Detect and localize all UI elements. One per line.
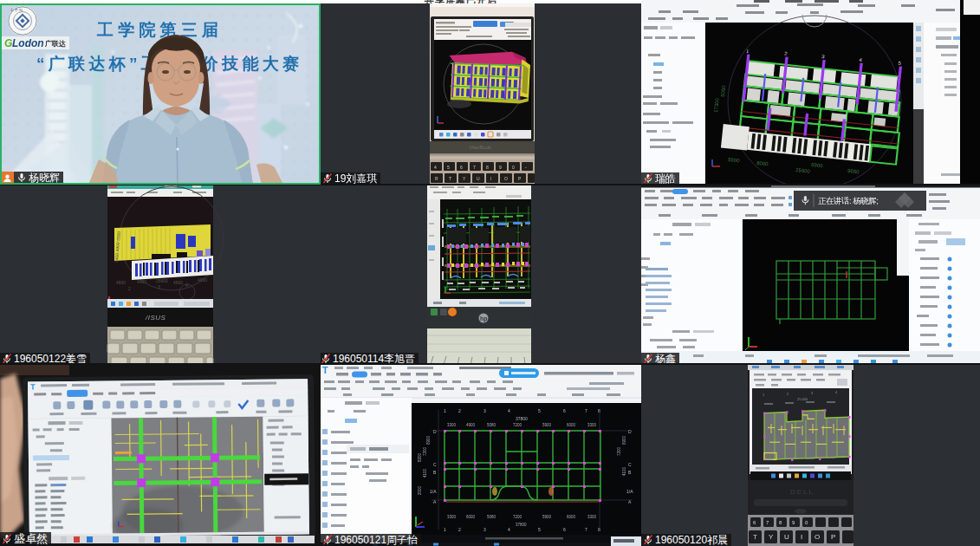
svg-text:工学院第三届: 工学院第三届 bbox=[96, 21, 223, 39]
svg-text:7200: 7200 bbox=[617, 446, 621, 456]
svg-text:5080: 5080 bbox=[487, 515, 496, 519]
svg-text:T: T bbox=[753, 533, 757, 541]
svg-text:1/A: 1/A bbox=[626, 489, 633, 494]
svg-text:4900: 4900 bbox=[137, 279, 146, 284]
svg-text:3300: 3300 bbox=[447, 515, 457, 519]
svg-text:4900: 4900 bbox=[198, 277, 207, 283]
svg-text:1/A: 1/A bbox=[430, 489, 437, 494]
svg-text:7200: 7200 bbox=[513, 515, 522, 519]
svg-text:3: 3 bbox=[484, 408, 486, 413]
svg-text:7200: 7200 bbox=[513, 423, 522, 427]
svg-text:U: U bbox=[784, 533, 789, 541]
svg-text:5080: 5080 bbox=[487, 423, 496, 427]
svg-text:4100: 4100 bbox=[622, 466, 626, 476]
svg-text:6: 6 bbox=[563, 527, 566, 532]
svg-text:U: U bbox=[477, 176, 480, 181]
svg-text:2: 2 bbox=[458, 527, 461, 532]
svg-text:5: 5 bbox=[538, 527, 541, 532]
svg-text:37800: 37800 bbox=[516, 523, 527, 527]
svg-text:I: I bbox=[490, 176, 491, 181]
svg-text:hp: hp bbox=[480, 315, 488, 322]
svg-text:6: 6 bbox=[563, 408, 566, 413]
svg-text:25600: 25600 bbox=[156, 278, 168, 283]
svg-text:37800: 37800 bbox=[516, 416, 528, 421]
svg-text:5900: 5900 bbox=[542, 423, 552, 427]
svg-text:8: 8 bbox=[486, 165, 489, 170]
svg-text:6000: 6000 bbox=[567, 423, 576, 427]
svg-text:Y: Y bbox=[769, 533, 774, 541]
svg-text:I: I bbox=[801, 533, 802, 541]
svg-text:/ISUS: /ISUS bbox=[145, 314, 166, 322]
svg-text:G: G bbox=[4, 37, 12, 49]
svg-text:Lodon: Lodon bbox=[12, 37, 44, 49]
svg-text:4: 4 bbox=[508, 408, 510, 413]
svg-text:9: 9 bbox=[499, 165, 502, 170]
svg-text:3300: 3300 bbox=[587, 515, 597, 519]
svg-text:8: 8 bbox=[598, 527, 600, 532]
svg-text:8200: 8200 bbox=[418, 452, 422, 462]
svg-text:4900: 4900 bbox=[116, 280, 126, 285]
svg-text:4: 4 bbox=[508, 527, 510, 532]
svg-text:3: 3 bbox=[158, 284, 160, 289]
svg-text:6900: 6900 bbox=[426, 435, 431, 445]
svg-text:6000: 6000 bbox=[567, 515, 576, 519]
svg-text:正在讲话: 杨晓辉;: 正在讲话: 杨晓辉; bbox=[818, 196, 878, 205]
svg-text:O: O bbox=[815, 533, 820, 541]
svg-text:3: 3 bbox=[484, 527, 486, 532]
svg-text:0: 0 bbox=[512, 165, 515, 170]
svg-text:工 学 院: 工 学 院 bbox=[10, 8, 23, 12]
svg-text:C: C bbox=[433, 462, 437, 467]
svg-text:1: 1 bbox=[444, 408, 446, 413]
svg-text:4900: 4900 bbox=[466, 423, 476, 427]
svg-text:MacBook: MacBook bbox=[470, 145, 492, 150]
svg-text:R: R bbox=[435, 176, 438, 181]
svg-text:3300: 3300 bbox=[447, 423, 457, 427]
svg-text:4900: 4900 bbox=[173, 280, 183, 285]
svg-text:6000: 6000 bbox=[466, 515, 476, 519]
svg-text:T: T bbox=[322, 365, 328, 375]
svg-text:8: 8 bbox=[598, 408, 600, 413]
svg-text:T: T bbox=[449, 176, 451, 181]
svg-text:7: 7 bbox=[473, 165, 476, 170]
svg-text:5: 5 bbox=[447, 165, 450, 170]
svg-text:7: 7 bbox=[585, 408, 587, 413]
svg-text:4: 4 bbox=[434, 165, 437, 170]
svg-text:2: 2 bbox=[128, 286, 131, 291]
svg-text:3300: 3300 bbox=[587, 423, 597, 427]
svg-text:5: 5 bbox=[538, 408, 541, 413]
svg-text:广联达: 广联达 bbox=[44, 39, 66, 48]
svg-text:2: 2 bbox=[458, 408, 461, 413]
svg-text:C: C bbox=[628, 462, 632, 467]
svg-text:D: D bbox=[628, 429, 632, 434]
svg-text:P: P bbox=[831, 533, 835, 541]
svg-text:4100: 4100 bbox=[423, 468, 427, 478]
svg-text:5900: 5900 bbox=[542, 515, 552, 519]
svg-text:7200: 7200 bbox=[423, 446, 427, 456]
svg-text:O: O bbox=[504, 176, 508, 181]
svg-text:1: 1 bbox=[444, 527, 446, 532]
svg-text:25,600: 25,600 bbox=[797, 397, 808, 401]
svg-text:7: 7 bbox=[585, 527, 587, 532]
svg-text:D: D bbox=[433, 429, 437, 434]
svg-text:4: 4 bbox=[185, 283, 188, 288]
svg-text:2000: 2000 bbox=[418, 485, 422, 495]
svg-text:6: 6 bbox=[460, 165, 463, 170]
svg-text:T: T bbox=[30, 382, 36, 391]
svg-text:6900: 6900 bbox=[622, 435, 626, 445]
svg-text:DELL: DELL bbox=[790, 488, 815, 496]
